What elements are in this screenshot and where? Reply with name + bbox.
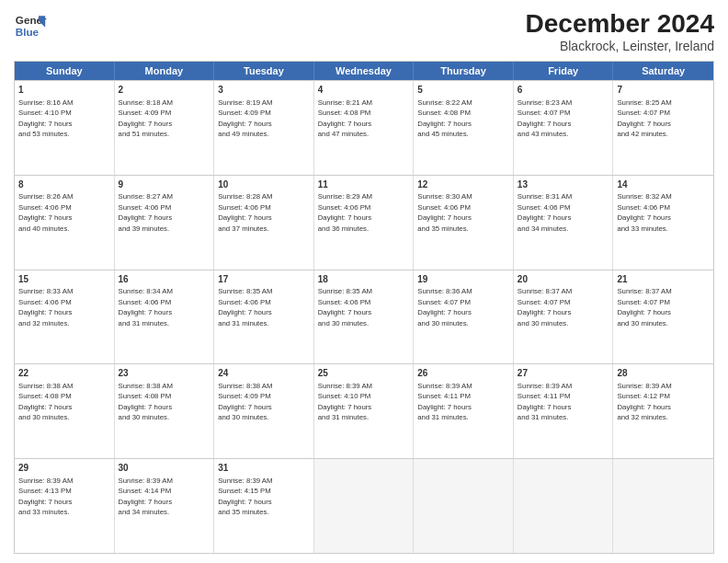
calendar-cell: 12Sunrise: 8:30 AMSunset: 4:06 PMDayligh…	[414, 176, 514, 270]
day-number: 28	[617, 367, 710, 380]
cell-info: Sunrise: 8:39 AMSunset: 4:11 PMDaylight:…	[417, 382, 472, 422]
header-day-sunday: Sunday	[15, 62, 115, 80]
calendar-row-4: 22Sunrise: 8:38 AMSunset: 4:08 PMDayligh…	[15, 363, 713, 458]
day-number: 5	[417, 84, 509, 97]
cell-info: Sunrise: 8:36 AMSunset: 4:07 PMDaylight:…	[417, 287, 472, 327]
cell-info: Sunrise: 8:21 AMSunset: 4:08 PMDaylight:…	[318, 98, 372, 139]
calendar-cell: 27Sunrise: 8:39 AMSunset: 4:11 PMDayligh…	[514, 364, 614, 458]
calendar-cell: 24Sunrise: 8:38 AMSunset: 4:09 PMDayligh…	[214, 364, 314, 458]
cell-info: Sunrise: 8:31 AMSunset: 4:06 PMDaylight:…	[518, 192, 572, 233]
calendar-cell: 2Sunrise: 8:18 AMSunset: 4:09 PMDaylight…	[115, 81, 215, 175]
day-number: 25	[318, 367, 410, 380]
cell-info: Sunrise: 8:35 AMSunset: 4:06 PMDaylight:…	[318, 287, 372, 327]
day-number: 21	[617, 273, 710, 286]
calendar-cell: 8Sunrise: 8:26 AMSunset: 4:06 PMDaylight…	[15, 176, 115, 270]
calendar-cell: 30Sunrise: 8:39 AMSunset: 4:14 PMDayligh…	[115, 459, 215, 553]
location-subtitle: Blackrock, Leinster, Ireland	[526, 39, 714, 53]
calendar-cell: 29Sunrise: 8:39 AMSunset: 4:13 PMDayligh…	[15, 459, 115, 553]
calendar-cell: 18Sunrise: 8:35 AMSunset: 4:06 PMDayligh…	[314, 270, 415, 364]
cell-info: Sunrise: 8:38 AMSunset: 4:09 PMDaylight:…	[218, 382, 272, 422]
header-day-saturday: Saturday	[613, 62, 713, 80]
cell-info: Sunrise: 8:25 AMSunset: 4:07 PMDaylight:…	[617, 98, 671, 139]
day-number: 23	[119, 367, 210, 380]
cell-info: Sunrise: 8:19 AMSunset: 4:09 PMDaylight:…	[218, 98, 272, 139]
calendar-cell: 1Sunrise: 8:16 AMSunset: 4:10 PMDaylight…	[15, 81, 115, 175]
cell-info: Sunrise: 8:39 AMSunset: 4:11 PMDaylight:…	[518, 382, 572, 422]
calendar-body: 1Sunrise: 8:16 AMSunset: 4:10 PMDaylight…	[15, 80, 713, 553]
cell-info: Sunrise: 8:27 AMSunset: 4:06 PMDaylight:…	[119, 192, 173, 233]
day-number: 13	[518, 178, 609, 191]
day-number: 29	[18, 462, 110, 475]
day-number: 6	[518, 84, 609, 97]
calendar-row-5: 29Sunrise: 8:39 AMSunset: 4:13 PMDayligh…	[15, 458, 713, 553]
calendar-cell: 20Sunrise: 8:37 AMSunset: 4:07 PMDayligh…	[514, 270, 614, 364]
calendar-cell: 7Sunrise: 8:25 AMSunset: 4:07 PMDaylight…	[613, 81, 713, 175]
day-number: 14	[617, 178, 710, 191]
cell-info: Sunrise: 8:39 AMSunset: 4:10 PMDaylight:…	[318, 382, 372, 422]
day-number: 18	[318, 273, 410, 286]
cell-info: Sunrise: 8:38 AMSunset: 4:08 PMDaylight:…	[119, 382, 173, 422]
cell-info: Sunrise: 8:38 AMSunset: 4:08 PMDaylight:…	[18, 382, 73, 422]
day-number: 22	[18, 367, 110, 380]
calendar-cell	[314, 459, 415, 553]
calendar-cell: 25Sunrise: 8:39 AMSunset: 4:10 PMDayligh…	[314, 364, 415, 458]
calendar-row-1: 1Sunrise: 8:16 AMSunset: 4:10 PMDaylight…	[15, 80, 713, 175]
calendar-cell: 22Sunrise: 8:38 AMSunset: 4:08 PMDayligh…	[15, 364, 115, 458]
day-number: 26	[417, 367, 509, 380]
day-number: 7	[617, 84, 710, 97]
day-number: 9	[119, 178, 210, 191]
cell-info: Sunrise: 8:39 AMSunset: 4:14 PMDaylight:…	[119, 477, 173, 517]
calendar-row-3: 15Sunrise: 8:33 AMSunset: 4:06 PMDayligh…	[15, 270, 713, 364]
cell-info: Sunrise: 8:30 AMSunset: 4:06 PMDaylight:…	[417, 192, 472, 233]
cell-info: Sunrise: 8:37 AMSunset: 4:07 PMDaylight:…	[617, 287, 671, 327]
calendar-cell: 19Sunrise: 8:36 AMSunset: 4:07 PMDayligh…	[414, 270, 514, 364]
calendar-cell: 31Sunrise: 8:39 AMSunset: 4:15 PMDayligh…	[214, 459, 314, 553]
calendar-cell	[613, 459, 713, 553]
cell-info: Sunrise: 8:28 AMSunset: 4:06 PMDaylight:…	[218, 192, 272, 233]
cell-info: Sunrise: 8:18 AMSunset: 4:09 PMDaylight:…	[119, 98, 173, 139]
calendar-cell	[514, 459, 614, 553]
calendar-cell: 21Sunrise: 8:37 AMSunset: 4:07 PMDayligh…	[613, 270, 713, 364]
header-day-tuesday: Tuesday	[214, 62, 314, 80]
cell-info: Sunrise: 8:34 AMSunset: 4:06 PMDaylight:…	[119, 287, 173, 327]
calendar-cell: 28Sunrise: 8:39 AMSunset: 4:12 PMDayligh…	[613, 364, 713, 458]
calendar: SundayMondayTuesdayWednesdayThursdayFrid…	[14, 61, 714, 554]
calendar-cell: 26Sunrise: 8:39 AMSunset: 4:11 PMDayligh…	[414, 364, 514, 458]
calendar-cell: 3Sunrise: 8:19 AMSunset: 4:09 PMDaylight…	[214, 81, 314, 175]
day-number: 27	[518, 367, 609, 380]
calendar-cell: 5Sunrise: 8:22 AMSunset: 4:08 PMDaylight…	[414, 81, 514, 175]
month-title: December 2024	[526, 9, 714, 39]
cell-info: Sunrise: 8:35 AMSunset: 4:06 PMDaylight:…	[218, 287, 272, 327]
day-number: 10	[218, 178, 310, 191]
calendar-cell	[414, 459, 514, 553]
cell-info: Sunrise: 8:37 AMSunset: 4:07 PMDaylight:…	[518, 287, 572, 327]
calendar-cell: 13Sunrise: 8:31 AMSunset: 4:06 PMDayligh…	[514, 176, 614, 270]
cell-info: Sunrise: 8:26 AMSunset: 4:06 PMDaylight:…	[18, 192, 73, 233]
day-number: 8	[18, 178, 110, 191]
day-number: 17	[218, 273, 310, 286]
calendar-cell: 17Sunrise: 8:35 AMSunset: 4:06 PMDayligh…	[214, 270, 314, 364]
svg-text:Blue: Blue	[16, 26, 40, 38]
day-number: 31	[218, 462, 310, 475]
calendar-cell: 9Sunrise: 8:27 AMSunset: 4:06 PMDaylight…	[115, 176, 215, 270]
day-number: 15	[18, 273, 110, 286]
cell-info: Sunrise: 8:39 AMSunset: 4:12 PMDaylight:…	[617, 382, 671, 422]
title-block: December 2024 Blackrock, Leinster, Irela…	[526, 9, 714, 53]
cell-info: Sunrise: 8:23 AMSunset: 4:07 PMDaylight:…	[518, 98, 572, 139]
cell-info: Sunrise: 8:29 AMSunset: 4:06 PMDaylight:…	[318, 192, 372, 233]
header-day-wednesday: Wednesday	[314, 62, 415, 80]
calendar-cell: 4Sunrise: 8:21 AMSunset: 4:08 PMDaylight…	[314, 81, 415, 175]
day-number: 4	[318, 84, 410, 97]
logo-icon: General Blue	[14, 9, 47, 42]
calendar-cell: 23Sunrise: 8:38 AMSunset: 4:08 PMDayligh…	[115, 364, 215, 458]
header-day-friday: Friday	[514, 62, 614, 80]
day-number: 3	[218, 84, 310, 97]
header-day-thursday: Thursday	[414, 62, 514, 80]
day-number: 2	[119, 84, 210, 97]
calendar-cell: 15Sunrise: 8:33 AMSunset: 4:06 PMDayligh…	[15, 270, 115, 364]
cell-info: Sunrise: 8:16 AMSunset: 4:10 PMDaylight:…	[18, 98, 73, 139]
day-number: 19	[417, 273, 509, 286]
header-day-monday: Monday	[115, 62, 215, 80]
calendar-cell: 10Sunrise: 8:28 AMSunset: 4:06 PMDayligh…	[214, 176, 314, 270]
calendar-header: SundayMondayTuesdayWednesdayThursdayFrid…	[15, 62, 713, 80]
